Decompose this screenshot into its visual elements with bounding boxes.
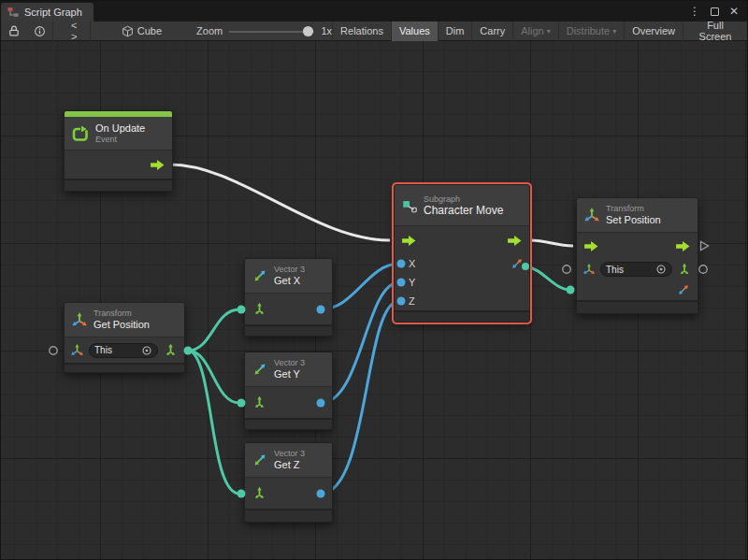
graph-toolbar: < > Cube Zoom 1x Relations Values Dim Ca… — [1, 22, 747, 41]
dim-button[interactable]: Dim — [438, 22, 472, 41]
this-object-field[interactable]: This — [600, 262, 672, 277]
vector3-input-icon[interactable] — [252, 301, 267, 317]
zoom-value: 1x — [321, 25, 332, 36]
node-footer — [65, 363, 184, 372]
node-header[interactable]: Transform Set Position — [577, 198, 698, 233]
script-graph-icon — [7, 6, 20, 19]
align-dropdown[interactable]: Align — [512, 22, 557, 41]
graph-canvas[interactable]: On Update Event Transform Get Position — [1, 41, 747, 559]
info-icon[interactable] — [27, 22, 52, 41]
zoom-slider-handle[interactable] — [303, 26, 313, 36]
carry-button[interactable]: Carry — [471, 22, 512, 41]
wire-getposition-to-getz — [188, 351, 239, 494]
this-object-field[interactable]: This — [89, 343, 158, 358]
toolbar-separator — [52, 22, 53, 41]
node-surtitle: Vector 3 — [274, 358, 305, 368]
close-icon[interactable]: ✕ — [729, 5, 739, 18]
target-name: Cube — [137, 25, 162, 36]
values-button[interactable]: Values — [391, 22, 438, 41]
vector3-input-icon[interactable] — [252, 395, 267, 410]
code-preview-toggle[interactable]: < > — [65, 22, 90, 41]
object-picker-icon[interactable] — [141, 345, 152, 356]
tab-bar: Script Graph ⋮ ✕ — [1, 1, 747, 22]
wire-charactermove-to-setposition — [530, 240, 573, 246]
zoom-label: Zoom — [196, 25, 223, 36]
transform-icon — [71, 311, 88, 328]
node-title: Get Z — [274, 459, 305, 471]
flow-output-port[interactable] — [507, 235, 523, 247]
transform-output-icon[interactable] — [677, 262, 692, 277]
subgraph-icon — [401, 197, 418, 214]
node-header[interactable]: Vector 3 Get Y — [245, 352, 332, 387]
vector3-input-icon[interactable] — [252, 485, 267, 501]
transform-port-icon — [583, 263, 596, 276]
node-header[interactable]: On Update Event — [65, 117, 172, 151]
lock-icon[interactable] — [1, 22, 27, 41]
cube-icon — [122, 25, 134, 37]
node-footer — [245, 509, 332, 522]
this-value: This — [94, 345, 112, 355]
window-controls: ⋮ ✕ — [689, 5, 747, 18]
node-footer — [245, 324, 332, 336]
toolbar-separator — [90, 22, 91, 41]
fullscreen-button[interactable]: Full Screen — [683, 22, 747, 41]
node-surtitle: Transform — [94, 309, 150, 319]
node-title: Set Position — [606, 214, 661, 226]
input-label-z: Z — [409, 295, 415, 307]
this-value: This — [606, 265, 624, 275]
target-selector[interactable]: Cube — [115, 22, 168, 41]
input-label-x: X — [409, 258, 415, 269]
vector-output-icon[interactable] — [676, 282, 691, 297]
node-title: Get Y — [274, 368, 305, 381]
vector3-icon — [252, 361, 268, 378]
vector3-icon — [252, 267, 268, 284]
object-picker-icon[interactable] — [655, 264, 667, 275]
zoom-slider[interactable] — [229, 22, 314, 41]
wire-getposition-to-getx — [188, 309, 239, 351]
transform-port-icon — [70, 343, 84, 357]
tab-script-graph[interactable]: Script Graph — [1, 3, 94, 22]
node-title: Get Position — [94, 319, 150, 331]
node-title: Character Move — [424, 205, 503, 217]
maximize-icon[interactable] — [711, 7, 719, 16]
node-title: On Update — [95, 122, 145, 135]
node-surtitle: Transform — [606, 204, 661, 214]
input-label-y: Y — [409, 277, 415, 288]
flow-output-port[interactable] — [675, 240, 691, 252]
node-footer — [245, 418, 332, 429]
flow-input-port[interactable] — [583, 240, 599, 252]
node-surtitle: Vector 3 — [274, 265, 305, 275]
kebab-menu-icon[interactable]: ⋮ — [689, 5, 700, 18]
on-update-event-icon — [71, 124, 90, 143]
vector-output-icon[interactable] — [510, 256, 525, 271]
node-get-x[interactable]: Vector 3 Get X — [244, 258, 333, 337]
zoom-slider-track — [229, 31, 314, 33]
node-set-position[interactable]: Transform Set Position This — [576, 197, 698, 314]
wire-charactermove-to-setposition-value — [525, 266, 570, 290]
node-character-move[interactable]: Subgraph Character Move X Y Z — [394, 184, 530, 323]
relations-button[interactable]: Relations — [332, 22, 391, 41]
node-surtitle: Vector 3 — [274, 449, 305, 459]
toolbar-buttons: Relations Values Dim Carry Align Distrib… — [332, 22, 747, 41]
vector3-output-icon[interactable] — [163, 342, 179, 358]
node-subtitle: Event — [95, 135, 145, 145]
transform-icon — [583, 207, 600, 223]
script-graph-window: Script Graph ⋮ ✕ < > Cube Zoom 1x Relati… — [0, 0, 748, 560]
tab-title: Script Graph — [24, 7, 82, 18]
node-header[interactable]: Vector 3 Get Z — [245, 443, 332, 478]
node-header[interactable]: Subgraph Character Move — [395, 185, 529, 226]
node-get-z[interactable]: Vector 3 Get Z — [244, 442, 333, 523]
node-get-y[interactable]: Vector 3 Get Y — [244, 352, 333, 430]
node-get-position[interactable]: Transform Get Position This — [64, 302, 185, 373]
flow-input-port[interactable] — [401, 235, 417, 247]
node-footer — [577, 300, 698, 313]
node-header[interactable]: Transform Get Position — [65, 303, 184, 337]
wire-onupdate-to-charactermove — [170, 165, 390, 240]
node-header[interactable]: Vector 3 Get X — [245, 259, 332, 294]
node-footer — [65, 179, 172, 191]
distribute-dropdown[interactable]: Distribute — [558, 22, 624, 41]
overview-button[interactable]: Overview — [624, 22, 683, 41]
node-on-update[interactable]: On Update Event — [64, 110, 173, 192]
flow-output-port[interactable] — [150, 159, 165, 171]
node-title: Get X — [274, 275, 305, 287]
